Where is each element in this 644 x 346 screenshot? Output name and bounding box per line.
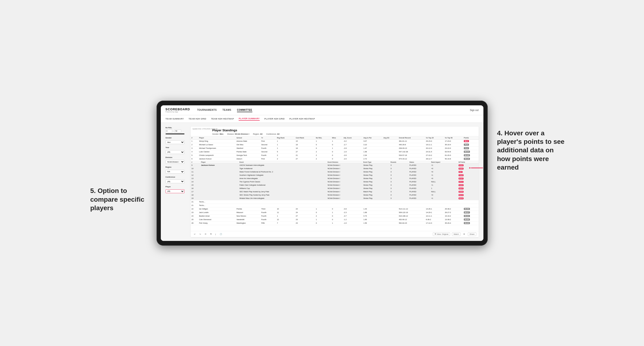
- cell-points[interactable]: 58.18: [463, 157, 478, 161]
- view-original-button[interactable]: 👁 View: Original: [433, 232, 450, 236]
- range-slider[interactable]: [166, 134, 184, 134]
- filter-division-select[interactable]: NCAA Division I: [166, 160, 184, 164]
- table-row[interactable]: 1 Wenyi Ding Arizona State First 1 15 1 …: [190, 139, 479, 143]
- cell-wins: [331, 204, 343, 207]
- col-points: Points: [463, 136, 478, 140]
- cell-points[interactable]: 60.27: [463, 211, 478, 214]
- cell-avg-to-par: [362, 204, 383, 207]
- tab-player-h2h-heatmap[interactable]: PLAYER H2H HEATMAP: [290, 117, 315, 120]
- col-adj-score: Adj. Score: [342, 136, 362, 140]
- cell-school: Washington: [236, 221, 260, 225]
- col-vs25: Vs Top 25: [425, 136, 444, 140]
- cell-points[interactable]: [463, 204, 478, 207]
- table-row[interactable]: 21Techo...: [190, 200, 479, 204]
- tab-player-summary[interactable]: PLAYER SUMMARY: [239, 117, 260, 121]
- filter-year-select[interactable]: (All): [166, 150, 184, 154]
- cell-overall: 562-82-23: [398, 221, 425, 225]
- tab-player-h2h-grid[interactable]: PLAYER H2H GRID: [264, 117, 285, 120]
- nav-committee[interactable]: COMMITTEE: [237, 108, 252, 112]
- standings-table: # Player School Yr Reg Rank Conf Rank No…: [190, 136, 479, 225]
- tab-team-summary[interactable]: TEAM SUMMARY: [166, 117, 184, 120]
- filter-max-input[interactable]: [174, 129, 181, 133]
- cell-reg-rank: 2: [276, 154, 295, 157]
- table-row[interactable]: 4 Luke Clanton Florida State Second 5 27…: [190, 150, 479, 154]
- cell-adj-score: -1.6: [342, 221, 362, 225]
- cell-player: Ian Gilligan: [198, 207, 236, 211]
- cell-reg-rank: 5: [276, 150, 295, 154]
- cell-wins: 0: [331, 207, 343, 211]
- cell-overall: 208-09-13: [398, 147, 425, 150]
- cell-points[interactable]: 59.95: [463, 218, 478, 221]
- cell-num: 4: [190, 150, 198, 154]
- cell-player: Cole Sherwood: [198, 218, 236, 221]
- cell-points[interactable]: 88.2: [463, 139, 478, 143]
- clock-button[interactable]: 🕐: [219, 233, 223, 236]
- cell-points[interactable]: 60.58: [463, 207, 478, 211]
- filter-no-rds: No Rds. -: [166, 127, 187, 134]
- copy-button[interactable]: ⧉: [209, 232, 212, 236]
- table-row[interactable]: 26 Petr Hruby Washington Fifth 7 23 0 1 …: [190, 221, 479, 225]
- cell-overall: 509-122-16: [398, 211, 425, 214]
- sign-out-link[interactable]: Sign out: [470, 109, 479, 112]
- cell-wins: 1: [331, 221, 343, 225]
- watch-button[interactable]: Watch: [452, 232, 460, 236]
- table-row[interactable]: 6 Jackson Koivun Auburn First 2 27 2 0 -…: [190, 157, 479, 161]
- meta-division: Division: NCAA Division I: [227, 133, 249, 135]
- undo-button[interactable]: ↩: [193, 233, 196, 236]
- table-row[interactable]: 3 Michael Thorbjornsen Stanford Fourth 1…: [190, 147, 479, 150]
- filter-conference-label: Conference: [166, 176, 187, 178]
- cell-yr: Fourth: [260, 211, 276, 214]
- cell-points[interactable]: 70.2: [463, 147, 478, 150]
- redo-button[interactable]: ↪: [198, 233, 202, 236]
- cell-reg-rank: 1: [276, 214, 295, 218]
- cell-yr: Second: [260, 143, 276, 147]
- table-row[interactable]: 2 Michael La Sasso Ole Miss Second 1 18 …: [190, 143, 479, 147]
- filter-division-label: Division: [166, 156, 187, 159]
- cell-conf-rank: 15: [295, 139, 315, 143]
- share-button[interactable]: Share: [468, 232, 476, 236]
- cell-wins: 1: [331, 147, 343, 150]
- app-header: SCOREBOARD Powered by clipp TOURNAMENTS …: [161, 105, 484, 115]
- cell-adj-score: -3.2: [342, 139, 362, 143]
- cell-avg-sg: [382, 221, 398, 225]
- cell-school: Stanford: [236, 147, 260, 150]
- cell-vs25: 19-11-1: [425, 143, 444, 147]
- tablet-frame: SCOREBOARD Powered by clipp TOURNAMENTS …: [156, 101, 488, 246]
- cell-yr: Fourth: [260, 147, 276, 150]
- download-button[interactable]: ⬇: [462, 233, 466, 236]
- cell-points[interactable]: 76.3: [463, 143, 478, 147]
- table-row[interactable]: 5 Christo Lamprecht Georgia Tech Fourth …: [190, 154, 479, 157]
- cell-vs50: 26-27-2: [444, 211, 463, 214]
- reset-button[interactable]: ⟳: [204, 233, 208, 236]
- cell-vs50: 63-54-6: [444, 150, 463, 154]
- logo-text: SCOREBOARD: [166, 107, 190, 111]
- cell-points[interactable]: 68.34: [463, 150, 478, 154]
- table-row[interactable]: 22 Ian Gilligan Florida Third 10 24 1 0 …: [190, 207, 479, 211]
- cell-player: Christo Lamprecht: [198, 154, 236, 157]
- filter-gender-select[interactable]: Men: [166, 140, 184, 144]
- cell-points[interactable]: 60.49: [463, 154, 478, 157]
- cell-points[interactable]: 60.02: [463, 214, 478, 218]
- table-row[interactable]: 24 Bastien Amat New Mexico Fourth 1 27 2…: [190, 214, 479, 218]
- cell-vs50: 61-20-3: [444, 154, 463, 157]
- cell-adj-score: -2.0: [342, 157, 362, 161]
- tab-team-h2h-heatmap[interactable]: TEAM H2H HEATMAP: [211, 117, 234, 120]
- nav-teams[interactable]: TEAMS: [222, 108, 232, 112]
- cell-points[interactable]: 58.49: [463, 221, 478, 225]
- table-row[interactable]: 25 Cole Sherwood Vanderbilt Fourth 12 23…: [190, 218, 479, 221]
- filter-min-input[interactable]: [166, 129, 172, 133]
- cell-vs25: 6-39-2: [425, 218, 444, 221]
- cell-num: 25: [190, 218, 198, 221]
- cell-overall: 440-26-6: [398, 143, 425, 147]
- cell-num: 5: [190, 154, 198, 157]
- cell-num: 23: [190, 211, 198, 214]
- filter-region-select[interactable]: N/A: [166, 170, 184, 173]
- filter-conference-select[interactable]: (All): [166, 179, 184, 183]
- table-row[interactable]: 23 Jack Lundin Missouri Fourth 11 24 0 1…: [190, 211, 479, 214]
- expanded-section-header: # Player Event Event Division Event Type…: [190, 161, 479, 200]
- cell-yr: Fourth: [260, 214, 276, 218]
- filter-player-select[interactable]: (All): [166, 189, 184, 193]
- tab-team-h2h-grid[interactable]: TEAM H2H GRID: [188, 117, 206, 120]
- table-row[interactable]: 21 Techo...: [190, 204, 479, 207]
- nav-tournaments[interactable]: TOURNAMENTS: [197, 108, 217, 112]
